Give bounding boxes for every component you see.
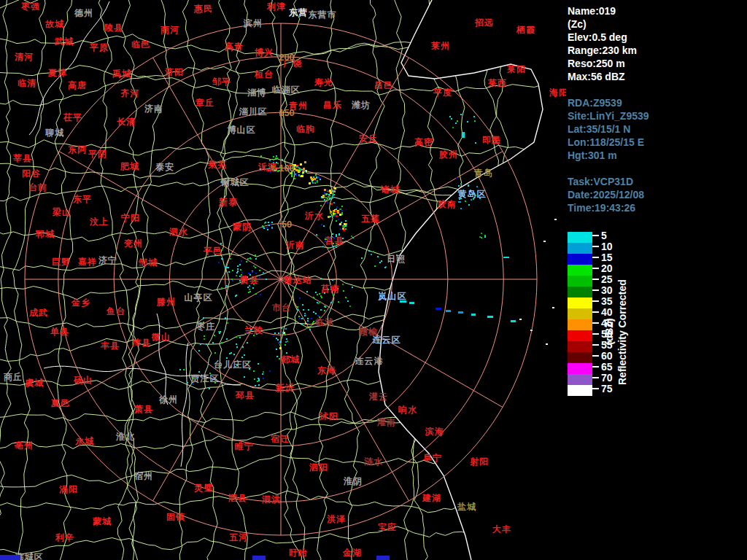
legend-tick-label: 35 — [601, 295, 613, 307]
legend-swatch — [568, 276, 592, 287]
info-site: Site:LinYi_Z9539 — [568, 109, 746, 122]
legend-tick — [592, 333, 599, 335]
legend-tick — [592, 388, 599, 389]
legend-tick — [592, 366, 599, 368]
info-max: Max:56 dBZ — [568, 70, 746, 83]
legend-swatch — [568, 374, 592, 385]
legend-swatch — [568, 308, 592, 319]
legend-tick-label: 55 — [601, 339, 613, 351]
legend-tick — [592, 344, 599, 346]
legend-swatch — [568, 341, 592, 352]
info-name: Name:019 — [568, 4, 746, 18]
legend-tick-label: 70 — [601, 372, 613, 384]
legend-tick — [592, 279, 599, 280]
legend-swatch — [568, 232, 592, 243]
info-height: Hgt:301 m — [568, 149, 746, 162]
legend-tick — [592, 246, 599, 247]
info-product: (Zc) — [568, 18, 746, 31]
edge-artifact — [376, 556, 390, 560]
legend-unit-label: (dBZ) — [603, 318, 615, 345]
legend-tick-label: 30 — [601, 284, 613, 296]
info-lon: Lon:118/25/15 E — [568, 136, 746, 149]
radar-application-window: 德州东营市东营滨州济南淄博临淄区淄川区博山区泰安潍坊聊城钢城区济宁商丘徐州枣庄山… — [0, 0, 747, 560]
info-time: Time:19:43:26 — [568, 201, 746, 214]
legend-swatch — [568, 243, 592, 254]
legend-tick-label: 45 — [601, 317, 613, 329]
legend-swatch — [568, 319, 592, 330]
info-range: Range:230 km — [568, 44, 746, 57]
legend-tick — [592, 289, 599, 291]
legend-tick-label: 50 — [601, 328, 613, 340]
range-rings-grid — [25, 23, 537, 535]
legend-tick-label: 75 — [601, 383, 613, 394]
legend-swatch — [568, 298, 592, 308]
legend-tick-label: 20 — [601, 262, 613, 274]
legend-tick-label: 65 — [601, 361, 613, 373]
info-elevation: Elev:0.5 deg — [568, 31, 746, 44]
legend-tick-label: 40 — [601, 306, 613, 318]
legend-tick-label: 10 — [601, 241, 613, 252]
info-resolution: Reso:250 m — [568, 57, 746, 70]
edge-artifact — [252, 556, 266, 560]
legend-swatch — [568, 254, 592, 265]
legend-tick — [592, 355, 599, 357]
county-boundaries — [0, 0, 566, 560]
legend-tick — [592, 300, 599, 302]
legend-swatch — [568, 265, 592, 276]
legend-tick-label: 15 — [601, 252, 613, 263]
legend-title: Reflectivity Corrected — [616, 279, 628, 385]
legend-swatch — [568, 330, 592, 341]
info-task: Task:VCP31D — [568, 175, 746, 188]
radar-map-canvas[interactable] — [0, 0, 566, 560]
legend-tick-label: 25 — [601, 273, 613, 285]
info-rda: RDA:Z9539 — [568, 96, 746, 109]
legend-tick — [592, 322, 599, 324]
radar-info-panel: Name:019 (Zc) Elev:0.5 deg Range:230 km … — [568, 4, 746, 214]
legend-tick — [592, 377, 599, 378]
legend-tick-label: 60 — [601, 350, 613, 362]
legend-swatch — [568, 352, 592, 363]
legend-swatch — [568, 363, 592, 374]
legend-tick — [592, 235, 599, 236]
legend-tick — [592, 268, 599, 269]
info-lat: Lat:35/15/1 N — [568, 122, 746, 136]
info-gap — [568, 162, 746, 175]
info-gap — [568, 83, 746, 96]
edge-artifact — [0, 555, 20, 560]
coastline — [29, 0, 557, 560]
radar-map-area[interactable]: 德州东营市东营滨州济南淄博临淄区淄川区博山区泰安潍坊聊城钢城区济宁商丘徐州枣庄山… — [0, 0, 566, 560]
legend-swatch — [568, 385, 592, 396]
legend-tick-label: 5 — [601, 230, 607, 241]
legend-swatch — [568, 287, 592, 298]
legend-tick — [592, 257, 599, 258]
legend-tick — [592, 311, 599, 313]
info-date: Date:2025/12/08 — [568, 188, 746, 201]
